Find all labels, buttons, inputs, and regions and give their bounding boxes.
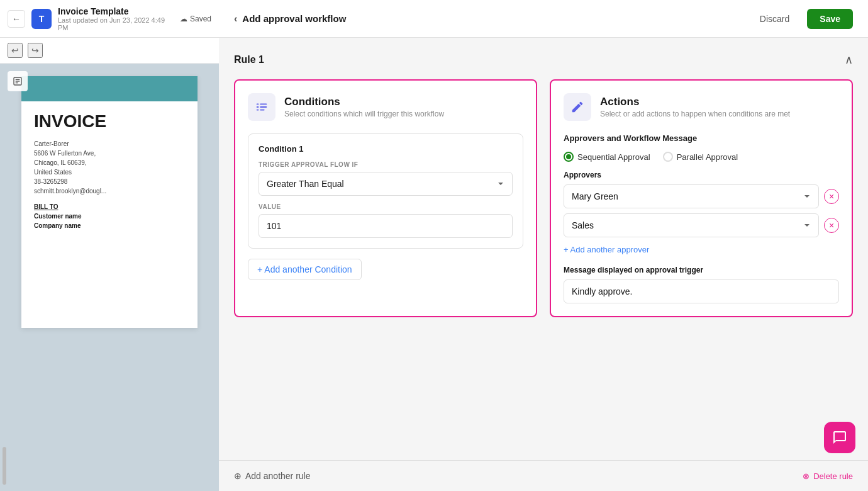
doc-badge: T bbox=[31, 9, 52, 29]
invoice-address: Carter-Borer 5606 W Fullerton Ave, Chica… bbox=[34, 139, 185, 196]
header-actions: Discard Save bbox=[750, 9, 853, 29]
approvers-label: Approvers bbox=[564, 171, 839, 179]
message-label: Message displayed on approval trigger bbox=[564, 266, 839, 274]
invoice-canvas: INVOICE Carter-Borer 5606 W Fullerton Av… bbox=[0, 64, 219, 491]
condition-block: Condition 1 TRIGGER APPROVAL FLOW IF Gre… bbox=[248, 133, 523, 249]
approval-type-row: Sequential Approval Parallel Approval bbox=[564, 152, 839, 162]
delete-rule-label: Delete rule bbox=[813, 471, 853, 481]
collapse-button[interactable]: ∧ bbox=[845, 53, 853, 67]
back-button[interactable]: ← bbox=[8, 10, 25, 28]
doc-meta: Last updated on Jun 23, 2022 4:49 PM bbox=[58, 16, 174, 31]
bill-to-label: BILL TO bbox=[34, 203, 185, 210]
approver1-select[interactable]: Mary Green John Smith Jane Doe bbox=[564, 184, 819, 208]
value-label: VALUE bbox=[259, 203, 513, 210]
chat-fab-button[interactable] bbox=[824, 422, 855, 453]
company-name: Company name bbox=[34, 222, 185, 229]
svg-rect-8 bbox=[257, 110, 259, 111]
approver-row-1: Mary Green John Smith Jane Doe × bbox=[564, 184, 839, 208]
actions-content: Approvers and Workflow Message Sequentia… bbox=[564, 133, 839, 303]
conditions-card-text: Conditions Select conditions which will … bbox=[284, 96, 444, 118]
parallel-radio[interactable] bbox=[663, 152, 673, 162]
parallel-approval-option[interactable]: Parallel Approval bbox=[663, 152, 738, 162]
add-approver-label: + Add another approver bbox=[564, 245, 649, 254]
address-email: schmitt.brooklyn@dougl... bbox=[34, 186, 185, 196]
workflow-body: Rule 1 ∧ bbox=[219, 38, 868, 460]
svg-rect-9 bbox=[260, 110, 264, 111]
trigger-select[interactable]: Greater Than Equal Greater Than Less Tha… bbox=[259, 172, 513, 196]
cloud-icon: ☁ bbox=[180, 14, 187, 23]
conditions-title: Conditions bbox=[284, 96, 444, 108]
doc-title-area: Invoice Template Last updated on Jun 23,… bbox=[58, 6, 174, 31]
customer-name: Customer name bbox=[34, 213, 185, 220]
rule-title: Rule 1 bbox=[234, 54, 264, 65]
workflow-title: Add approval workflow bbox=[242, 13, 346, 24]
doc-icon-button[interactable] bbox=[8, 71, 28, 91]
value-input[interactable] bbox=[259, 214, 513, 238]
parallel-label: Parallel Approval bbox=[677, 152, 738, 162]
address-line4: United States bbox=[34, 167, 185, 177]
add-rule-label: Add another rule bbox=[245, 471, 311, 481]
sequential-approval-option[interactable]: Sequential Approval bbox=[564, 152, 650, 162]
rule-grid: Conditions Select conditions which will … bbox=[234, 79, 853, 317]
add-rule-button[interactable]: ⊕ Add another rule bbox=[234, 471, 311, 481]
message-input[interactable] bbox=[564, 279, 839, 303]
invoice-paper: INVOICE Carter-Borer 5606 W Fullerton Av… bbox=[21, 76, 198, 328]
back-arrow-icon: ‹ bbox=[234, 13, 237, 25]
invoice-canvas-area: INVOICE Carter-Borer 5606 W Fullerton Av… bbox=[0, 64, 219, 491]
redo-button[interactable]: ↪ bbox=[28, 43, 43, 58]
sequential-radio-dot bbox=[566, 154, 571, 159]
remove-approver1-button[interactable]: × bbox=[824, 189, 839, 204]
approvers-section: Approvers and Workflow Message Sequentia… bbox=[564, 133, 839, 303]
toolbar-row: ↩ ↪ bbox=[0, 38, 219, 64]
rule-header: Rule 1 ∧ bbox=[234, 53, 853, 67]
actions-subtitle: Select or add actions to happen when con… bbox=[600, 110, 790, 118]
actions-title: Actions bbox=[600, 96, 790, 108]
trigger-approval-label: TRIGGER APPROVAL FLOW IF bbox=[259, 161, 513, 168]
actions-card-header: Actions Select or add actions to happen … bbox=[564, 93, 839, 121]
workflow-back[interactable]: ‹ Add approval workflow bbox=[234, 13, 346, 25]
discard-button[interactable]: Discard bbox=[750, 9, 799, 29]
address-line2: 5606 W Fullerton Ave, bbox=[34, 149, 185, 158]
add-circle-icon: ⊕ bbox=[234, 471, 242, 481]
approvers-section-title: Approvers and Workflow Message bbox=[564, 133, 839, 143]
address-line3: Chicago, IL 60639, bbox=[34, 158, 185, 167]
conditions-content: Condition 1 TRIGGER APPROVAL FLOW IF Gre… bbox=[248, 133, 523, 280]
svg-rect-6 bbox=[257, 106, 259, 108]
undo-button[interactable]: ↩ bbox=[8, 43, 23, 58]
sequential-label: Sequential Approval bbox=[577, 152, 650, 162]
save-button[interactable]: Save bbox=[807, 9, 853, 29]
conditions-icon-box bbox=[248, 93, 275, 121]
actions-card-text: Actions Select or add actions to happen … bbox=[600, 96, 790, 118]
delete-icon: ⊗ bbox=[803, 471, 810, 481]
address-line1: Carter-Borer bbox=[34, 139, 185, 149]
right-panel: ‹ Add approval workflow Discard Save Rul… bbox=[219, 0, 868, 491]
svg-rect-5 bbox=[260, 104, 267, 105]
delete-rule-button[interactable]: ⊗ Delete rule bbox=[803, 471, 853, 481]
conditions-card: Conditions Select conditions which will … bbox=[234, 79, 537, 317]
scroll-indicator[interactable] bbox=[3, 447, 6, 485]
condition1-label: Condition 1 bbox=[259, 144, 513, 154]
actions-icon-box bbox=[564, 93, 591, 121]
actions-card: Actions Select or add actions to happen … bbox=[550, 79, 853, 317]
conditions-card-header: Conditions Select conditions which will … bbox=[248, 93, 523, 121]
invoice-header-bar bbox=[21, 76, 198, 101]
saved-label: Saved bbox=[190, 14, 211, 23]
workflow-footer: ⊕ Add another rule ⊗ Delete rule bbox=[219, 460, 868, 491]
invoice-title-text: INVOICE bbox=[34, 111, 185, 132]
doc-title: Invoice Template bbox=[58, 6, 174, 16]
left-header: ← T Invoice Template Last updated on Jun… bbox=[0, 0, 219, 38]
left-panel: ← T Invoice Template Last updated on Jun… bbox=[0, 0, 219, 491]
workflow-header: ‹ Add approval workflow Discard Save bbox=[219, 0, 868, 38]
svg-rect-4 bbox=[257, 104, 259, 105]
address-phone: 38-3265298 bbox=[34, 177, 185, 186]
sequential-radio[interactable] bbox=[564, 152, 574, 162]
saved-badge: ☁ Saved bbox=[180, 14, 211, 23]
add-approver-button[interactable]: + Add another approver bbox=[564, 242, 649, 257]
add-condition-label: + Add another Condition bbox=[257, 264, 352, 274]
add-condition-button[interactable]: + Add another Condition bbox=[248, 259, 362, 280]
approver2-select[interactable]: Sales Finance HR bbox=[564, 213, 819, 237]
approver-row-2: Sales Finance HR × bbox=[564, 213, 839, 237]
svg-rect-7 bbox=[260, 106, 267, 108]
remove-approver2-button[interactable]: × bbox=[824, 218, 839, 233]
conditions-subtitle: Select conditions which will trigger thi… bbox=[284, 110, 444, 118]
